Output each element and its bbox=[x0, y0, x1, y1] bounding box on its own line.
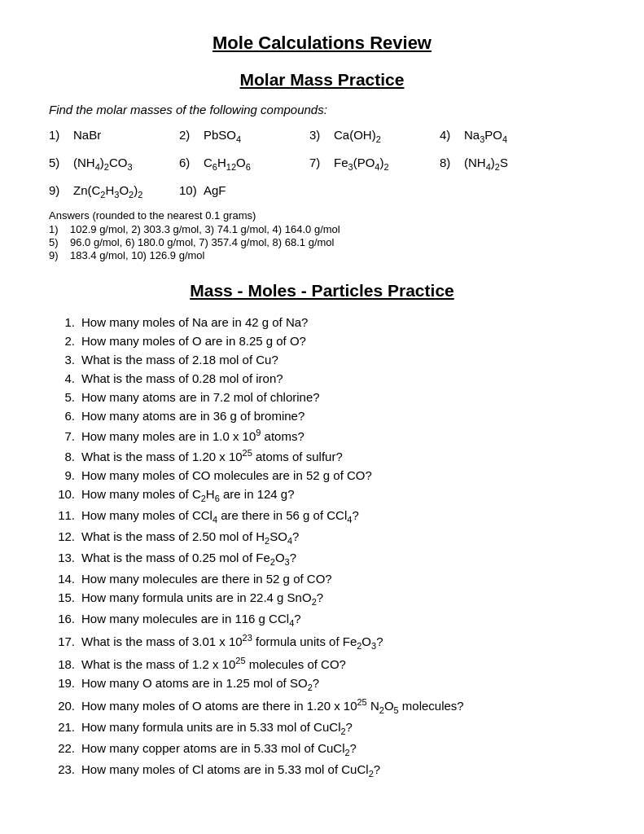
q-num-7: 7. bbox=[49, 429, 75, 443]
q-num-10: 10. bbox=[49, 487, 75, 501]
compound-7-formula: Fe3(PO4)2 bbox=[334, 156, 389, 172]
q-text-21: How many formula units are in 5.33 mol o… bbox=[81, 720, 595, 736]
compound-6-formula: C6H12O6 bbox=[204, 156, 251, 172]
compound-2-formula: PbSO4 bbox=[204, 128, 241, 144]
question-15: 15. How many formula units are in 22.4 g… bbox=[49, 590, 595, 607]
q-num-23: 23. bbox=[49, 762, 75, 776]
question-16: 16. How many molecules are in 116 g CCl4… bbox=[49, 612, 595, 628]
q-num-20: 20. bbox=[49, 699, 75, 713]
question-9: 9. How many moles of CO molecules are in… bbox=[49, 468, 595, 482]
compound-3-formula: Ca(OH)2 bbox=[334, 128, 381, 144]
q-num-5: 5. bbox=[49, 390, 75, 404]
compound-9: 9) Zn(C2H3O2)2 bbox=[49, 183, 179, 200]
compound-5: 5) (NH4)2CO3 bbox=[49, 156, 179, 172]
answer-9-num: 9) bbox=[49, 249, 67, 261]
q-num-17: 17. bbox=[49, 634, 75, 648]
question-8: 8. What is the mass of 1.20 x 1025 atoms… bbox=[49, 448, 595, 463]
question-7: 7. How many moles are in 1.0 x 109 atoms… bbox=[49, 428, 595, 443]
compound-9-formula: Zn(C2H3O2)2 bbox=[73, 183, 142, 200]
question-20: 20. How many moles of O atoms are there … bbox=[49, 697, 595, 715]
compound-5-formula: (NH4)2CO3 bbox=[73, 156, 133, 172]
q-num-4: 4. bbox=[49, 371, 75, 385]
question-3: 3. What is the mass of 2.18 mol of Cu? bbox=[49, 353, 595, 367]
q-num-18: 18. bbox=[49, 657, 75, 671]
question-21: 21. How many formula units are in 5.33 m… bbox=[49, 720, 595, 736]
q-num-2: 2. bbox=[49, 334, 75, 348]
question-10: 10. How many moles of C2H6 are in 124 g? bbox=[49, 487, 595, 503]
q-text-2: How many moles of O are in 8.25 g of O? bbox=[81, 334, 595, 348]
compound-8-num: 8) bbox=[440, 156, 464, 169]
compounds-row-2: 5) (NH4)2CO3 6) C6H12O6 7) Fe3(PO4)2 8) … bbox=[49, 156, 595, 172]
q-text-20: How many moles of O atoms are there in 1… bbox=[81, 697, 595, 715]
q-num-9: 9. bbox=[49, 468, 75, 482]
answer-row-5: 5) 96.0 g/mol, 6) 180.0 g/mol, 7) 357.4 … bbox=[49, 236, 595, 248]
compound-6-num: 6) bbox=[179, 156, 204, 169]
q-num-12: 12. bbox=[49, 529, 75, 543]
question-1: 1. How many moles of Na are in 42 g of N… bbox=[49, 315, 595, 329]
q-num-21: 21. bbox=[49, 720, 75, 734]
compound-4: 4) Na3PO4 bbox=[440, 128, 570, 144]
compound-8-formula: (NH4)2S bbox=[464, 156, 508, 172]
q-text-9: How many moles of CO molecules are in 52… bbox=[81, 468, 595, 482]
q-text-19: How many O atoms are in 1.25 mol of SO2? bbox=[81, 676, 595, 692]
compound-10: 10) AgF bbox=[179, 183, 261, 197]
q-text-13: What is the mass of 0.25 mol of Fe2O3? bbox=[81, 551, 595, 567]
compound-4-formula: Na3PO4 bbox=[464, 128, 507, 144]
mass-section-title: Mass - Moles - Particles Practice bbox=[49, 281, 595, 301]
question-2: 2. How many moles of O are in 8.25 g of … bbox=[49, 334, 595, 348]
question-6: 6. How many atoms are in 36 g of bromine… bbox=[49, 409, 595, 423]
q-text-15: How many formula units are in 22.4 g SnO… bbox=[81, 590, 595, 607]
question-11: 11. How many moles of CCl4 are there in … bbox=[49, 508, 595, 525]
q-text-6: How many atoms are in 36 g of bromine? bbox=[81, 409, 595, 423]
q-num-8: 8. bbox=[49, 450, 75, 463]
answers-title: Answers (rounded to the nearest 0.1 gram… bbox=[49, 209, 595, 222]
answer-row-9: 9) 183.4 g/mol, 10) 126.9 g/mol bbox=[49, 249, 595, 261]
q-text-16: How many molecules are in 116 g CCl4? bbox=[81, 612, 595, 628]
q-text-22: How many copper atoms are in 5.33 mol of… bbox=[81, 741, 595, 757]
q-text-5: How many atoms are in 7.2 mol of chlorin… bbox=[81, 390, 595, 404]
compound-9-num: 9) bbox=[49, 183, 73, 197]
answers-section: Answers (rounded to the nearest 0.1 gram… bbox=[49, 209, 595, 261]
q-text-4: What is the mass of 0.28 mol of iron? bbox=[81, 371, 595, 385]
q-text-10: How many moles of C2H6 are in 124 g? bbox=[81, 487, 595, 503]
answer-1-num: 1) bbox=[49, 223, 67, 235]
question-22: 22. How many copper atoms are in 5.33 mo… bbox=[49, 741, 595, 757]
answer-5-text: 96.0 g/mol, 6) 180.0 g/mol, 7) 357.4 g/m… bbox=[70, 236, 334, 248]
question-23: 23. How many moles of Cl atoms are in 5.… bbox=[49, 762, 595, 779]
q-text-7: How many moles are in 1.0 x 109 atoms? bbox=[81, 428, 595, 443]
q-num-14: 14. bbox=[49, 572, 75, 586]
compounds-grid: 1) NaBr 2) PbSO4 3) Ca(OH)2 4) Na3PO4 5)… bbox=[49, 128, 595, 200]
q-text-8: What is the mass of 1.20 x 1025 atoms of… bbox=[81, 448, 595, 463]
compound-1-num: 1) bbox=[49, 128, 73, 142]
q-num-19: 19. bbox=[49, 676, 75, 690]
compound-2: 2) PbSO4 bbox=[179, 128, 309, 144]
question-17: 17. What is the mass of 3.01 x 1023 form… bbox=[49, 633, 595, 651]
q-text-14: How many molecules are there in 52 g of … bbox=[81, 572, 595, 586]
compound-5-num: 5) bbox=[49, 156, 73, 169]
questions-list: 1. How many moles of Na are in 42 g of N… bbox=[49, 315, 595, 779]
question-19: 19. How many O atoms are in 1.25 mol of … bbox=[49, 676, 595, 692]
compounds-row-3: 9) Zn(C2H3O2)2 10) AgF bbox=[49, 183, 595, 200]
q-num-15: 15. bbox=[49, 590, 75, 604]
question-18: 18. What is the mass of 1.2 x 1025 molec… bbox=[49, 656, 595, 671]
answer-row-1: 1) 102.9 g/mol, 2) 303.3 g/mol, 3) 74.1 … bbox=[49, 223, 595, 235]
compound-2-num: 2) bbox=[179, 128, 204, 142]
q-num-13: 13. bbox=[49, 551, 75, 564]
answer-9-text: 183.4 g/mol, 10) 126.9 g/mol bbox=[70, 249, 205, 261]
compound-3: 3) Ca(OH)2 bbox=[309, 128, 440, 144]
molar-mass-subtitle: Molar Mass Practice bbox=[49, 70, 595, 90]
q-text-12: What is the mass of 2.50 mol of H2SO4? bbox=[81, 529, 595, 546]
question-14: 14. How many molecules are there in 52 g… bbox=[49, 572, 595, 586]
page-title: Mole Calculations Review bbox=[49, 33, 595, 54]
compound-1: 1) NaBr bbox=[49, 128, 179, 142]
compound-10-num: 10) bbox=[179, 183, 204, 197]
compound-7-num: 7) bbox=[309, 156, 334, 169]
q-text-1: How many moles of Na are in 42 g of Na? bbox=[81, 315, 595, 329]
compound-4-num: 4) bbox=[440, 128, 464, 142]
q-num-3: 3. bbox=[49, 353, 75, 367]
q-text-11: How many moles of CCl4 are there in 56 g… bbox=[81, 508, 595, 525]
q-text-23: How many moles of Cl atoms are in 5.33 m… bbox=[81, 762, 595, 779]
question-4: 4. What is the mass of 0.28 mol of iron? bbox=[49, 371, 595, 385]
q-num-6: 6. bbox=[49, 409, 75, 423]
compound-8: 8) (NH4)2S bbox=[440, 156, 570, 172]
